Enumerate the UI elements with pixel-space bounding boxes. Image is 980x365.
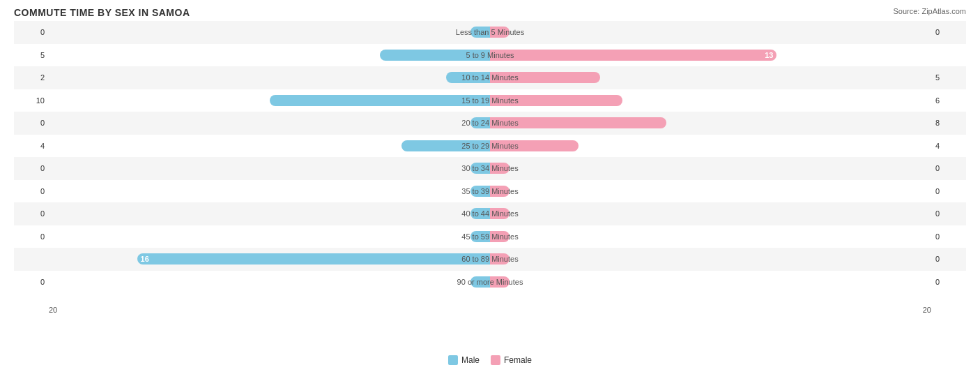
bar-row: 4425 to 29 Minutes — [14, 135, 966, 158]
male-bar — [470, 27, 490, 38]
bars-center: 40 to 44 Minutes — [49, 202, 931, 225]
male-value: 4 — [14, 142, 47, 150]
male-value: 0 — [14, 28, 47, 36]
bars-center: 30 to 34 Minutes — [49, 157, 931, 180]
female-bar — [490, 72, 600, 83]
female-bar — [490, 208, 510, 219]
male-bar — [470, 117, 490, 128]
female-bar-half — [490, 89, 931, 112]
female-value: 0 — [933, 209, 966, 218]
male-bar-half — [49, 157, 490, 180]
female-bar — [490, 186, 510, 197]
female-bar-half — [490, 180, 931, 203]
bars-center: 45 to 59 Minutes — [49, 225, 931, 248]
bars-center: 135 to 9 Minutes — [49, 44, 931, 67]
male-bar — [470, 163, 490, 174]
chart-container: COMMUTE TIME BY SEX IN SAMOA Source: Zip… — [0, 0, 980, 365]
male-bar-half — [49, 271, 490, 294]
female-bar — [490, 231, 510, 242]
female-bar-half — [490, 271, 931, 294]
male-value: 0 — [14, 232, 47, 241]
female-bar-half — [490, 225, 931, 248]
female-value: 0 — [933, 187, 966, 195]
female-bar — [490, 95, 622, 106]
male-bar — [470, 186, 490, 197]
rows-wrapper: 00Less than 5 Minutes5135 to 9 Minutes25… — [14, 21, 966, 293]
female-badge: 13 — [761, 51, 776, 59]
male-value: 0 — [14, 278, 47, 286]
male-bar-half — [49, 202, 490, 225]
male-value: 2 — [14, 73, 47, 82]
bar-row: 0045 to 59 Minutes — [14, 225, 966, 248]
legend: Male Female — [448, 355, 532, 365]
female-value: 0 — [933, 28, 966, 36]
bar-row: 0820 to 24 Minutes — [14, 112, 966, 135]
male-badge: 16 — [137, 255, 153, 263]
bar-row: 01660 to 89 Minutes — [14, 248, 966, 271]
male-bar — [270, 95, 491, 106]
bar-row: 2510 to 14 Minutes — [14, 66, 966, 89]
male-bar — [401, 140, 490, 151]
chart-title: COMMUTE TIME BY SEX IN SAMOA — [14, 7, 966, 18]
chart-area: 00Less than 5 Minutes5135 to 9 Minutes25… — [14, 21, 966, 314]
female-bar — [490, 253, 510, 265]
bar-row: 10615 to 19 Minutes — [14, 89, 966, 112]
female-bar-half — [490, 157, 931, 180]
male-value: 0 — [14, 209, 47, 218]
male-value: 5 — [14, 51, 47, 59]
bar-row: 0030 to 34 Minutes — [14, 157, 966, 180]
female-bar-half — [490, 66, 931, 89]
bars-center: 15 to 19 Minutes — [49, 89, 931, 112]
male-value: 10 — [14, 96, 47, 105]
male-bar-half — [49, 225, 490, 248]
bottom-axis: 20 20 — [49, 306, 931, 314]
male-value: 0 — [14, 164, 47, 172]
legend-male: Male — [448, 355, 480, 365]
bars-center: Less than 5 Minutes — [49, 21, 931, 44]
male-bar-half — [49, 89, 490, 112]
female-bar — [490, 276, 510, 288]
female-bar-half — [490, 248, 931, 271]
female-value: 5 — [933, 73, 966, 82]
male-bar-half — [49, 21, 490, 44]
female-bar — [490, 27, 510, 38]
female-value: 6 — [933, 96, 966, 105]
male-bar-half: 16 — [49, 248, 490, 271]
female-value: 0 — [933, 255, 966, 263]
bar-row: 0090 or more Minutes — [14, 271, 966, 294]
female-value: 0 — [933, 164, 966, 172]
male-bar-half — [49, 112, 490, 135]
female-bar — [490, 117, 666, 128]
female-value: 8 — [933, 119, 966, 127]
male-bar — [470, 231, 490, 242]
male-bar — [380, 50, 490, 61]
bars-center: 1660 to 89 Minutes — [49, 248, 931, 271]
bars-center: 10 to 14 Minutes — [49, 66, 931, 89]
female-bar — [490, 140, 579, 151]
male-bar-half — [49, 44, 490, 67]
bar-row: 5135 to 9 Minutes — [14, 44, 966, 67]
female-value: 4 — [933, 142, 966, 150]
male-bar-half — [49, 135, 490, 158]
axis-right: 20 — [923, 306, 931, 314]
female-bar-half: 13 — [490, 44, 931, 67]
bars-center: 35 to 39 Minutes — [49, 180, 931, 203]
bar-row: 0035 to 39 Minutes — [14, 180, 966, 203]
bar-row: 00Less than 5 Minutes — [14, 21, 966, 44]
female-bar — [490, 163, 510, 174]
bars-center: 25 to 29 Minutes — [49, 135, 931, 158]
male-bar: 16 — [137, 253, 490, 265]
bars-center: 20 to 24 Minutes — [49, 112, 931, 135]
source-label: Source: ZipAtlas.com — [893, 7, 966, 15]
female-label: Female — [504, 355, 532, 365]
male-bar-half — [49, 180, 490, 203]
bar-row: 0040 to 44 Minutes — [14, 202, 966, 225]
male-label: Male — [461, 355, 480, 365]
female-bar: 13 — [490, 50, 776, 61]
legend-female: Female — [491, 355, 532, 365]
female-bar-half — [490, 21, 931, 44]
axis-left: 20 — [49, 306, 57, 314]
female-color-box — [491, 355, 500, 365]
male-value: 0 — [14, 187, 47, 195]
female-bar-half — [490, 112, 931, 135]
